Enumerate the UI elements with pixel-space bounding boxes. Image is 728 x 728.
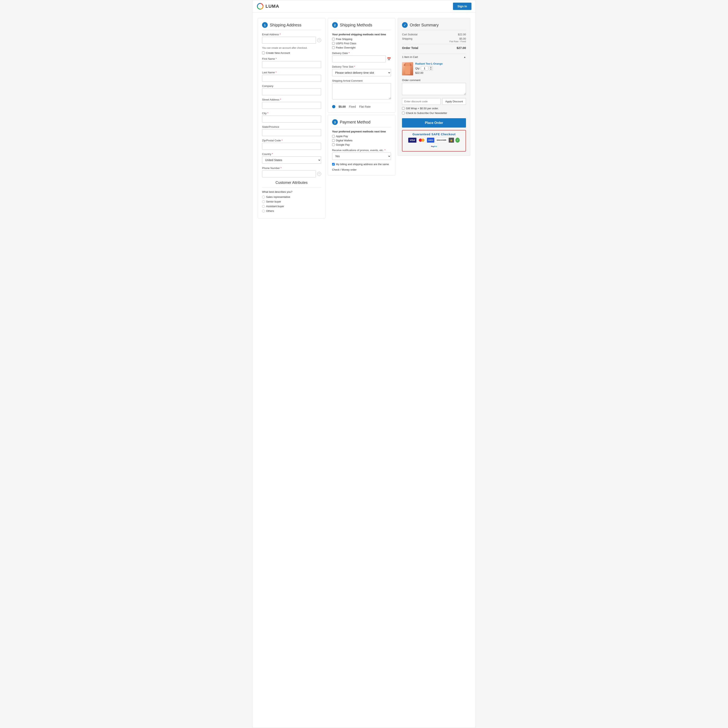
section-num-3: 3 — [332, 119, 338, 125]
company-input[interactable] — [262, 88, 321, 95]
order-comment-textarea[interactable] — [402, 83, 466, 95]
street-input[interactable] — [262, 102, 321, 109]
arrival-comment-field: Shipping Arrival Comment — [332, 79, 391, 100]
phone-help-icon[interactable]: ? — [317, 172, 321, 176]
order-comment-label: Order comment — [402, 79, 466, 82]
delivery-time-select[interactable]: Please select delivery time slot — [332, 69, 391, 76]
digital-wallets-checkbox[interactable] — [332, 139, 335, 142]
shipping-radio-selected[interactable] — [332, 105, 335, 108]
city-input[interactable] — [262, 116, 321, 122]
attr-option-others: Others — [262, 210, 321, 213]
newsletter-row: Check to Subscribe Our Newsletter — [402, 112, 466, 115]
mastercard-icon — [418, 138, 426, 143]
payment-icons-row: VISA AMEX DISCOVER 🔒 ✓ PayPal — [405, 138, 463, 149]
zip-input[interactable] — [262, 143, 321, 150]
notification-field: Receive notifications of promos, events,… — [332, 149, 391, 160]
usps-label: USPS First Class — [336, 42, 356, 45]
country-select[interactable]: United States — [262, 156, 321, 164]
luma-logo-icon — [257, 3, 264, 10]
free-shipping-row: Free Shipping — [332, 38, 391, 41]
create-account-checkbox[interactable] — [262, 52, 265, 54]
create-account-label: Create New Account — [266, 51, 290, 54]
last-name-label: Last Name * — [262, 71, 321, 74]
qty-input[interactable] — [421, 66, 428, 70]
street-label: Street Address * — [262, 98, 321, 101]
fedex-checkbox[interactable] — [332, 46, 335, 49]
header: LUMA Sign In — [252, 0, 476, 12]
discount-input[interactable] — [402, 98, 440, 105]
apple-pay-checkbox[interactable] — [332, 135, 335, 138]
paypal-icon: PayPal — [430, 144, 438, 149]
safe-checkout-section: Guaranteed SAFE Checkout VISA AMEX DISCO… — [402, 130, 466, 151]
delivery-time-field: Delivery Time Slot * Please select deliv… — [332, 65, 391, 76]
attr-label-sales-rep: Sales representative — [266, 196, 290, 199]
street-field: Street Address * — [262, 98, 321, 109]
cart-item-row: Radiant Tee-L-Orange Qty: ▲ ▼ $22.00 — [402, 62, 466, 75]
delivery-date-input-row: 📅 — [332, 55, 391, 62]
gift-wrap-label: Gift Wrap + $0.50 per order. — [406, 107, 439, 110]
svg-point-0 — [257, 3, 264, 10]
google-pay-checkbox[interactable] — [332, 144, 335, 146]
order-summary-title: ✓ Order Summary — [402, 22, 466, 30]
cart-item-name[interactable]: Radiant Tee-L-Orange — [415, 62, 466, 65]
state-input[interactable] — [262, 129, 321, 136]
gift-wrap-checkbox[interactable] — [402, 107, 405, 110]
newsletter-label: Check to Subscribe Our Newsletter — [406, 112, 447, 115]
customer-attributes-section: Customer Attributes What best describes … — [262, 180, 321, 213]
radio-sales-rep[interactable] — [262, 196, 265, 199]
cart-item-price: $22.00 — [415, 71, 466, 74]
checkmark-icon: ✓ — [455, 138, 460, 143]
attr-option-sales-rep: Sales representative — [262, 196, 321, 199]
shipping-name: Flat Rate — [359, 105, 371, 108]
shipping-option-row: $5.00 Fixed Flat Rate — [332, 103, 391, 108]
qty-increment-button[interactable]: ▲ — [429, 66, 433, 68]
email-input[interactable] — [262, 37, 316, 44]
radio-senior-buyer[interactable] — [262, 200, 265, 203]
state-field: State/Province — [262, 125, 321, 136]
logo-wrap: LUMA — [257, 3, 279, 10]
arrival-comment-textarea[interactable] — [332, 83, 391, 99]
usps-row: USPS First Class — [332, 42, 391, 45]
section-num-2: 2 — [332, 22, 338, 28]
calendar-icon[interactable]: 📅 — [387, 57, 391, 61]
qty-decrement-button[interactable]: ▼ — [429, 68, 433, 70]
zip-field: Zip/Postal Code * — [262, 139, 321, 150]
arrival-comment-label: Shipping Arrival Comment — [332, 79, 391, 82]
payment-method-title: 3 Payment Method — [332, 119, 391, 127]
first-name-label: First Name * — [262, 57, 321, 60]
newsletter-checkbox[interactable] — [402, 112, 405, 114]
fedex-row: Fedex Overnight — [332, 46, 391, 49]
place-order-button[interactable]: Place Order — [402, 118, 466, 128]
logo-text: LUMA — [266, 4, 279, 9]
usps-checkbox[interactable] — [332, 42, 335, 45]
order-total-value: $27.00 — [457, 46, 466, 50]
apply-discount-button[interactable]: Apply Discount — [442, 98, 466, 105]
delivery-date-input[interactable] — [332, 55, 386, 62]
safe-checkout-title: Guaranteed SAFE Checkout — [405, 132, 463, 136]
billing-same-checkbox[interactable] — [332, 163, 335, 165]
email-help-icon[interactable]: ? — [317, 38, 321, 42]
apple-pay-label: Apple Pay — [336, 135, 348, 138]
radio-assistant-buyer[interactable] — [262, 205, 265, 208]
free-shipping-label: Free Shipping — [336, 38, 352, 41]
google-pay-label: Google Pay — [336, 143, 350, 146]
first-name-input[interactable] — [262, 61, 321, 68]
signin-button[interactable]: Sign In — [453, 3, 471, 10]
radio-others[interactable] — [262, 210, 265, 213]
last-name-input[interactable] — [262, 75, 321, 82]
company-label: Company — [262, 84, 321, 87]
cart-item-image — [402, 62, 413, 75]
cart-items-header[interactable]: 1 Item in Cart ▲ — [402, 54, 466, 60]
free-shipping-checkbox[interactable] — [332, 38, 335, 40]
delivery-date-label: Delivery Date * — [332, 52, 391, 55]
svg-rect-2 — [405, 66, 410, 74]
shipping-label: Shipping — [402, 37, 412, 43]
notification-select[interactable]: Yes — [332, 153, 391, 160]
discover-icon: DISCOVER — [436, 138, 448, 143]
create-account-row: Create New Account — [262, 51, 321, 54]
shipping-address-title: 1 Shipping Address — [262, 22, 321, 30]
visa-icon: VISA — [408, 138, 417, 143]
phone-input[interactable] — [262, 170, 316, 177]
section-num-check: ✓ — [402, 22, 408, 28]
money-order-option[interactable]: Check / Money order — [332, 168, 391, 171]
